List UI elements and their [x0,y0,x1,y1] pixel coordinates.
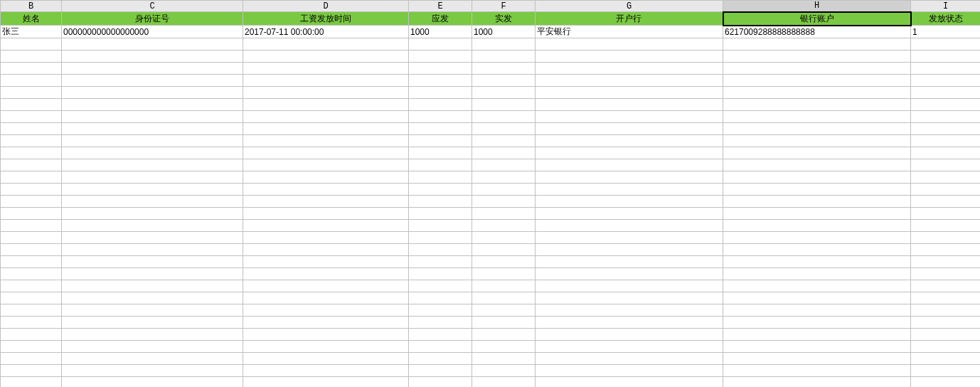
cell[interactable] [62,75,243,87]
cell[interactable] [911,353,981,365]
cell[interactable] [1,256,62,268]
cell[interactable] [723,51,911,63]
cell[interactable] [409,147,472,159]
cell[interactable] [536,196,723,208]
cell[interactable] [243,292,409,304]
cell[interactable] [243,304,409,317]
cell[interactable] [472,341,536,353]
cell[interactable] [472,63,536,75]
cell[interactable]: 平安银行 [536,26,723,38]
cell[interactable]: 6217009288888888888 [723,26,911,38]
column-letter-D[interactable]: D [243,1,409,12]
column-header[interactable]: 发放状态 [911,12,981,26]
column-header[interactable]: 实发 [472,12,536,26]
cell[interactable] [409,123,472,135]
cell[interactable] [62,256,243,268]
column-letter-G[interactable]: G [536,1,723,12]
cell[interactable] [911,51,981,63]
cell[interactable] [472,329,536,341]
cell[interactable] [409,329,472,341]
cell[interactable] [911,280,981,292]
cell[interactable] [472,196,536,208]
cell[interactable] [723,256,911,268]
cell[interactable] [62,87,243,99]
cell[interactable] [243,171,409,184]
cell[interactable] [472,208,536,220]
cell[interactable] [472,377,536,388]
cell[interactable] [911,365,981,377]
cell[interactable] [723,87,911,99]
cell[interactable] [409,38,472,51]
cell[interactable] [243,353,409,365]
cell[interactable] [472,268,536,280]
cell[interactable] [911,244,981,256]
cell[interactable] [1,377,62,388]
cell[interactable] [243,196,409,208]
cell[interactable] [472,220,536,232]
cell[interactable] [1,341,62,353]
cell[interactable] [409,135,472,147]
cell[interactable] [723,63,911,75]
column-letter-E[interactable]: E [409,1,472,12]
cell[interactable] [536,232,723,244]
cell[interactable] [536,99,723,111]
cell[interactable] [911,329,981,341]
cell[interactable] [409,304,472,317]
cell[interactable] [243,232,409,244]
cell[interactable] [62,292,243,304]
cell[interactable] [1,184,62,196]
cell[interactable] [243,159,409,171]
cell[interactable] [911,196,981,208]
cell[interactable] [536,268,723,280]
cell[interactable] [1,317,62,329]
cell[interactable] [62,184,243,196]
cell[interactable] [62,123,243,135]
cell[interactable]: 1000 [409,26,472,38]
cell[interactable] [243,280,409,292]
cell[interactable] [911,268,981,280]
cell[interactable] [243,220,409,232]
cell[interactable] [723,317,911,329]
cell[interactable] [723,99,911,111]
spreadsheet-table[interactable]: BCDEFGHI姓名身份证号工资发放时间应发实发开户行银行账户发放状态张三000… [0,0,980,387]
cell[interactable] [1,353,62,365]
cell[interactable]: 1000 [472,26,536,38]
cell[interactable] [62,208,243,220]
cell[interactable] [536,304,723,317]
cell[interactable]: 张三 [1,26,62,38]
cell[interactable] [472,292,536,304]
cell[interactable] [62,51,243,63]
cell[interactable] [536,244,723,256]
cell[interactable] [723,111,911,123]
cell[interactable] [409,159,472,171]
cell[interactable] [1,123,62,135]
cell[interactable] [409,377,472,388]
cell[interactable] [62,377,243,388]
cell[interactable] [409,341,472,353]
cell[interactable] [243,184,409,196]
cell[interactable] [409,317,472,329]
cell[interactable] [536,171,723,184]
cell[interactable] [1,268,62,280]
cell[interactable] [243,51,409,63]
cell[interactable] [536,220,723,232]
cell[interactable] [472,184,536,196]
cell[interactable] [911,232,981,244]
cell[interactable] [536,208,723,220]
cell[interactable] [911,256,981,268]
cell[interactable] [1,365,62,377]
cell[interactable] [1,292,62,304]
cell[interactable] [723,208,911,220]
cell[interactable] [243,268,409,280]
cell[interactable] [243,135,409,147]
cell[interactable] [1,135,62,147]
cell[interactable]: 1 [911,26,981,38]
cell[interactable] [1,232,62,244]
cell[interactable] [1,159,62,171]
cell[interactable] [472,147,536,159]
cell[interactable] [1,220,62,232]
cell[interactable] [409,75,472,87]
cell[interactable] [472,111,536,123]
cell[interactable] [409,111,472,123]
cell[interactable] [723,171,911,184]
